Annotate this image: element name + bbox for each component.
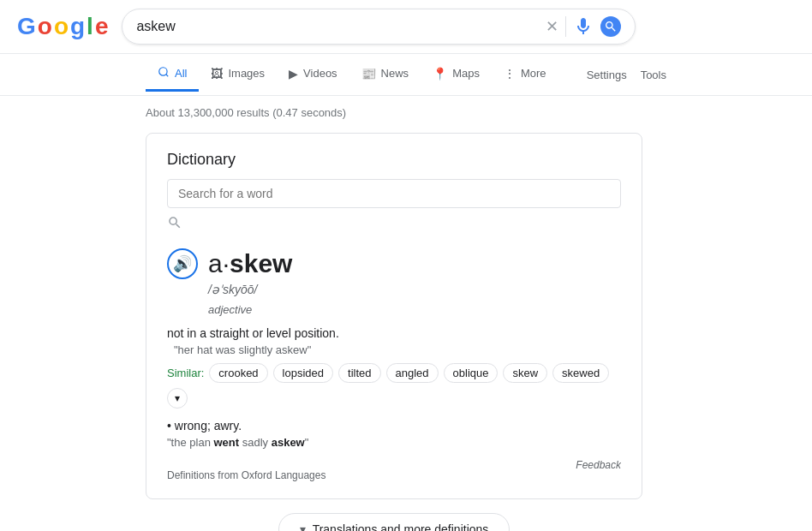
tab-images-label: Images xyxy=(228,67,265,80)
definition-2-text: • wrong; awry. xyxy=(167,419,621,433)
translations-container: ▾ Translations and more definitions xyxy=(146,513,642,531)
similar-row: Similar: crooked lopsided tilted angled … xyxy=(167,363,621,409)
bullet-icon: • xyxy=(167,419,171,433)
dictionary-search-input[interactable] xyxy=(167,179,621,208)
word-part-of-speech: adjective xyxy=(208,303,621,316)
logo-letter-e: e xyxy=(95,13,109,40)
clear-icon[interactable]: ✕ xyxy=(546,17,558,36)
definition-1-example: "her hat was slightly askew" xyxy=(174,343,621,356)
nav-settings: Settings Tools xyxy=(587,69,666,81)
tab-more-label: More xyxy=(521,67,546,80)
definition-2: • wrong; awry. "the plan went sadly aske… xyxy=(167,419,621,449)
search-submit-icon[interactable] xyxy=(600,16,621,37)
speaker-icon: 🔊 xyxy=(173,254,192,273)
search-svg xyxy=(604,20,618,33)
similar-angled[interactable]: angled xyxy=(386,363,439,383)
dictionary-title: Dictionary xyxy=(167,151,621,169)
search-input[interactable]: askew xyxy=(136,19,539,34)
dictionary-search-icon[interactable] xyxy=(167,215,621,235)
logo-letter-g2: g xyxy=(70,13,85,40)
definition-2-example: "the plan went sadly askew" xyxy=(167,436,621,449)
search-bar: askew ✕ xyxy=(122,9,636,45)
header: Google askew ✕ xyxy=(0,0,812,54)
similar-skew[interactable]: skew xyxy=(503,363,547,383)
divider xyxy=(565,16,566,37)
logo-letter-g: G xyxy=(17,13,36,40)
feedback-link[interactable]: Feedback xyxy=(576,459,621,471)
nav-tabs: All 🖼 Images ▶ Videos 📰 News 📍 Maps ⋮ Mo… xyxy=(0,54,812,96)
tab-all-label: All xyxy=(175,67,187,80)
tab-news[interactable]: 📰 News xyxy=(349,58,421,92)
svg-point-0 xyxy=(159,68,167,75)
videos-icon: ▶ xyxy=(289,67,298,81)
logo-letter-o2: o xyxy=(54,13,69,40)
maps-icon: 📍 xyxy=(433,67,447,81)
tab-all[interactable]: All xyxy=(146,57,199,92)
tools-button[interactable]: Tools xyxy=(641,69,666,81)
translations-button[interactable]: ▾ Translations and more definitions xyxy=(278,513,510,531)
voice-icon[interactable] xyxy=(573,16,594,37)
tab-videos[interactable]: ▶ Videos xyxy=(277,58,349,92)
def2-content: wrong; awry. xyxy=(175,419,242,433)
similar-tilted[interactable]: tilted xyxy=(338,363,380,383)
definition-1-text: not in a straight or level position. xyxy=(167,326,621,340)
dict-source: Definitions from Oxford Languages xyxy=(167,469,621,481)
similar-lopsided[interactable]: lopsided xyxy=(273,363,333,383)
results-area: About 13,300,000 results (0.47 seconds) … xyxy=(0,96,812,531)
translations-label: Translations and more definitions xyxy=(313,522,489,531)
images-icon: 🖼 xyxy=(211,67,223,81)
results-count: About 13,300,000 results (0.47 seconds) xyxy=(146,106,666,119)
word-text: a·skew xyxy=(208,249,292,278)
tab-maps[interactable]: 📍 Maps xyxy=(421,58,492,92)
tab-videos-label: Videos xyxy=(303,67,337,80)
word-phonetic: /əˈskyōō/ xyxy=(208,283,621,296)
all-icon xyxy=(158,66,170,81)
tab-maps-label: Maps xyxy=(452,67,480,80)
logo-letter-o1: o xyxy=(38,13,52,40)
dict-search-svg xyxy=(167,215,182,230)
tab-news-label: News xyxy=(381,67,409,80)
similar-skewed[interactable]: skewed xyxy=(552,363,609,383)
dict-footer: Feedback Definitions from Oxford Languag… xyxy=(167,459,621,481)
similar-oblique[interactable]: oblique xyxy=(444,363,499,383)
svg-line-1 xyxy=(166,75,169,77)
similar-label: Similar: xyxy=(167,367,204,379)
google-logo[interactable]: Google xyxy=(17,13,108,40)
news-icon: 📰 xyxy=(361,67,376,81)
similar-more-button[interactable]: ▾ xyxy=(167,388,188,409)
definition-1: not in a straight or level position. "he… xyxy=(167,326,621,409)
logo-letter-l: l xyxy=(87,13,93,40)
tab-images[interactable]: 🖼 Images xyxy=(199,58,277,92)
went-bold: went xyxy=(214,436,240,449)
settings-button[interactable]: Settings xyxy=(587,69,627,81)
dictionary-card: Dictionary 🔊 a·skew /əˈskyōō/ adjective … xyxy=(146,133,642,499)
more-icon: ⋮ xyxy=(504,67,516,81)
askew-bold: askew xyxy=(272,436,305,449)
tab-more[interactable]: ⋮ More xyxy=(492,58,558,92)
all-svg xyxy=(158,66,170,78)
search-icons: ✕ xyxy=(546,16,621,37)
chevron-down-icon: ▾ xyxy=(300,522,306,531)
similar-crooked[interactable]: crooked xyxy=(209,363,267,383)
word-header: 🔊 a·skew xyxy=(167,248,621,279)
microphone-svg xyxy=(573,16,594,37)
speaker-button[interactable]: 🔊 xyxy=(167,248,198,279)
